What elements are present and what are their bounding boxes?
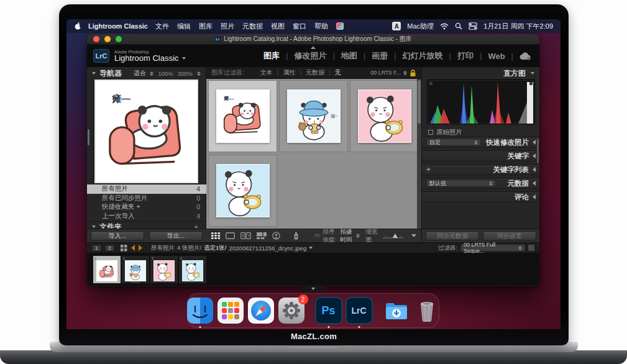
main-window-button[interactable]: 1 [92, 245, 101, 252]
compare-view-icon[interactable]: XY [240, 231, 251, 240]
expand-left-icon[interactable] [533, 167, 536, 172]
menu-item-file[interactable]: 文件 [155, 22, 169, 31]
histogram[interactable] [427, 80, 535, 124]
sort-stepper-icon[interactable] [356, 234, 360, 238]
quick-develop-preset[interactable]: 自定 [426, 139, 481, 146]
filter-preset[interactable]: 00 LRT5 F... [370, 70, 401, 76]
zoom-fit[interactable]: 适合 [134, 70, 145, 78]
filmstrip-thumb-1[interactable]: 1 [93, 256, 121, 283]
menu-item-view[interactable]: 视图 [271, 22, 285, 31]
navigator-header[interactable]: 导航器 适合 100% 300% [87, 67, 206, 80]
keyword-list-section[interactable]: + 关键字列表 [422, 164, 539, 175]
menu-item-window[interactable]: 窗口 [293, 22, 306, 31]
catalog-row-all-photos[interactable]: 所有照片 4 [87, 184, 206, 194]
filter-none[interactable]: 无 [335, 68, 341, 77]
menu-extra-icon[interactable] [336, 22, 344, 30]
module-library[interactable]: 图库 [263, 50, 294, 61]
metadata-preset[interactable]: 默认值 [426, 180, 496, 187]
grid-shortcut-icon[interactable] [121, 245, 127, 252]
survey-view-icon[interactable] [257, 231, 267, 240]
left-panel-scrollbar[interactable] [88, 129, 89, 145]
module-map[interactable]: 地图 [341, 50, 372, 61]
histogram-header[interactable]: 直方图 [422, 67, 539, 80]
dock-launchpad-icon[interactable] [217, 297, 244, 324]
spotlight-search-icon[interactable] [455, 22, 462, 30]
dock-settings-icon[interactable]: 2 [278, 297, 305, 324]
loupe-view-icon[interactable] [226, 231, 235, 240]
apple-menu-icon[interactable] [74, 22, 82, 30]
export-button[interactable]: 导出... [149, 231, 203, 240]
module-web[interactable]: Web [488, 52, 519, 61]
photo-thumbnail[interactable] [216, 164, 270, 217]
comments-section[interactable]: 评论 [422, 191, 539, 202]
catalog-row-previous-import[interactable]: 上一次导入 4 [87, 212, 206, 221]
menu-item-edit[interactable]: 编辑 [177, 22, 191, 31]
navigator-preview[interactable]: 瘫— [94, 80, 198, 183]
filmstrip-filter-switch-icon[interactable] [528, 245, 534, 251]
module-print[interactable]: 打印 [457, 50, 488, 61]
dock-safari-icon[interactable] [247, 297, 275, 324]
filter-text[interactable]: 文本 [260, 68, 283, 77]
sync-cloud-icon[interactable] [519, 52, 531, 60]
menu-item-library[interactable]: 图库 [199, 22, 213, 31]
module-book[interactable]: 画册 [372, 50, 402, 61]
minimize-button[interactable] [104, 36, 111, 42]
slider-knob[interactable] [393, 234, 398, 238]
keyword-add-button[interactable]: + [426, 165, 431, 174]
input-source-icon[interactable]: A [392, 22, 401, 30]
histogram-collapse-icon[interactable] [531, 72, 534, 75]
zoom-stepper-icon[interactable] [197, 71, 201, 76]
filmstrip-info[interactable]: 所有照片 4 张照片/ 选定1张/ 20200827121256_dcync.j… [151, 244, 313, 252]
sort-value[interactable]: 拍摄时间 [340, 228, 354, 244]
filter-metadata[interactable]: 元数据 [306, 68, 335, 77]
collapse-tab[interactable] [301, 286, 325, 291]
filmstrip-info-dropdown-icon[interactable] [309, 247, 313, 249]
module-slideshow[interactable]: 幻灯片放映 [403, 50, 457, 61]
grid-view-icon[interactable] [211, 231, 220, 240]
zoom-300[interactable]: 300% [178, 70, 193, 77]
expand-left-icon[interactable] [533, 194, 536, 199]
filmstrip-thumb-3[interactable]: 3 [150, 256, 178, 283]
sync-metadata-button[interactable]: 同步元数据 [426, 231, 479, 240]
painter-spray-icon[interactable] [292, 231, 300, 240]
quick-develop-section[interactable]: 自定 快速修改照片 [422, 137, 539, 148]
filter-preset-stepper-icon[interactable] [403, 71, 407, 75]
highlight-clipping-icon[interactable] [529, 82, 533, 85]
close-button[interactable] [93, 36, 99, 42]
grid-scrollbar[interactable] [417, 79, 421, 229]
sort-direction-icon[interactable]: AZ [314, 232, 320, 239]
sync-settings-button[interactable]: 同步设置 [483, 231, 536, 240]
wifi-icon[interactable] [440, 23, 449, 30]
title-bar[interactable]: Lr Lightroom Catalog.lrcat - Adobe Photo… [87, 34, 539, 45]
thumbnail-size-slider[interactable] [383, 233, 404, 239]
navigator-collapse-icon[interactable] [92, 72, 96, 75]
menu-clock[interactable]: 1月21日 周四 下午2:09 [483, 22, 553, 31]
toolbar-chevron-icon[interactable] [411, 234, 416, 237]
dock-finder-icon[interactable] [186, 297, 214, 324]
catalog-row-quick-collection[interactable]: 快捷收藏夹 + 0 [87, 202, 206, 212]
filter-attribute[interactable]: 属性 [283, 68, 306, 77]
filmstrip-thumb-4[interactable]: 4 [179, 256, 206, 283]
dock-lightroom-icon[interactable]: LrC [346, 297, 373, 324]
photo-thumbnail[interactable] [358, 89, 411, 143]
grid-cell-2[interactable]: 滋~ [279, 80, 348, 152]
right-panel-scrollbar[interactable] [537, 139, 539, 163]
previous-photo-icon[interactable] [131, 245, 135, 251]
menu-app-name[interactable]: Lightroom Classic [88, 22, 148, 30]
menu-item-metadata[interactable]: 元数据 [242, 22, 263, 31]
folders-collapse-icon[interactable] [92, 225, 96, 228]
catalog-row-synced[interactable]: 所有已同步照片 0 [87, 194, 206, 203]
dock-trash-icon[interactable] [413, 297, 441, 324]
menu-item-photo[interactable]: 照片 [221, 22, 234, 31]
dock-downloads-icon[interactable] [383, 297, 410, 324]
grid-cell-1[interactable]: 瘫— [208, 80, 277, 152]
filter-lock-icon[interactable] [410, 69, 416, 77]
expand-left-icon[interactable] [533, 153, 536, 158]
people-view-icon[interactable] [272, 231, 280, 240]
next-photo-icon[interactable] [139, 245, 142, 251]
control-center-icon[interactable] [469, 22, 477, 30]
menu-assistant[interactable]: Mac助理 [407, 22, 434, 31]
top-panel-collapse-icon[interactable] [311, 46, 316, 49]
original-photo-checkbox-icon[interactable] [428, 130, 433, 135]
dock-photoshop-icon[interactable]: Ps [315, 297, 342, 324]
